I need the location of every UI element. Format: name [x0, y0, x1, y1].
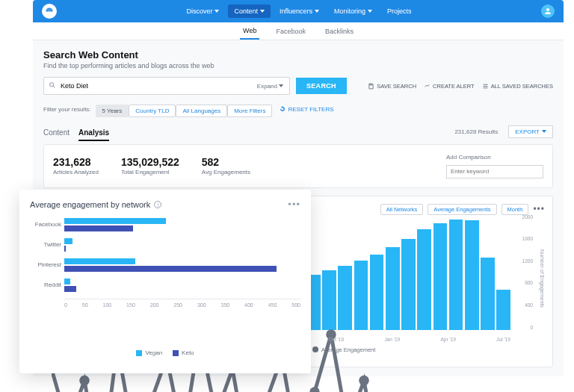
svg-point-22: [309, 387, 320, 392]
expand-button[interactable]: Expand: [251, 83, 289, 90]
subtab-web[interactable]: Web: [240, 23, 259, 40]
svg-point-25: [359, 375, 369, 385]
vbar: [417, 229, 431, 330]
vbar: [433, 223, 448, 329]
hbar: [64, 266, 277, 272]
top-nav: Discover Content Influencers Monitoring …: [33, 0, 564, 22]
network-engagement-card: Average engagement by networki ••• Faceb…: [19, 190, 311, 373]
legend-keto: Keto: [173, 349, 194, 356]
chevron-down-icon: [368, 10, 372, 13]
hbar: [64, 279, 70, 284]
svg-point-8: [79, 375, 90, 385]
logo: [42, 4, 57, 19]
legend-vegan: Vegan: [136, 349, 162, 356]
hbar-category-label: Pinterest: [30, 261, 61, 268]
search-input[interactable]: [61, 82, 251, 90]
filter-chip[interactable]: More Filters: [227, 105, 272, 117]
filter-chip[interactable]: 5 Years: [96, 105, 129, 117]
subtabs: WebFacebookBacklinks: [33, 22, 564, 40]
nav-monitoring[interactable]: Monitoring: [328, 4, 378, 18]
all-saved-searches-button[interactable]: ALL SAVED SEARCHES: [482, 83, 553, 90]
hbar: [64, 258, 135, 264]
chevron-down-icon: [279, 84, 283, 87]
hbar: [64, 218, 166, 224]
save-search-button[interactable]: SAVE SEARCH: [368, 83, 416, 90]
y2-axis-label: Number of Engagements: [540, 249, 545, 308]
nav-influencers[interactable]: Influencers: [274, 4, 325, 18]
subtab-backlinks[interactable]: Backlinks: [322, 24, 357, 39]
chevron-down-icon: [215, 10, 219, 13]
compare-label: Add Comparison: [446, 154, 543, 161]
nav-content[interactable]: Content: [228, 4, 271, 18]
vbar: [370, 255, 384, 330]
filter-metric[interactable]: Average Engagements: [428, 204, 496, 215]
chevron-down-icon: [542, 130, 546, 133]
user-avatar[interactable]: [541, 4, 555, 18]
search-button[interactable]: SEARCH: [296, 78, 347, 94]
filter-granularity[interactable]: Month: [502, 204, 529, 215]
reset-filters-button[interactable]: RESET FILTERS: [280, 106, 333, 113]
filter-chip[interactable]: All Languages: [176, 105, 227, 117]
vbar: [322, 270, 336, 330]
page-subtitle: Find the top performing articles and blo…: [43, 62, 553, 69]
compare-input[interactable]: [446, 165, 543, 178]
hbar: [64, 238, 72, 244]
vbar: [449, 220, 463, 330]
svg-line-2: [53, 86, 55, 87]
vbar: [496, 290, 510, 329]
filter-label: Filter your results:: [43, 106, 91, 113]
search-box: Expand: [43, 77, 290, 95]
hbar: [64, 286, 76, 292]
stat-articles-num: 231,628: [53, 156, 99, 168]
vbar: [386, 247, 400, 329]
results-count: 231,628 Results: [454, 128, 498, 135]
filter-chip[interactable]: Country TLD: [129, 105, 176, 117]
view-tab-content[interactable]: Content: [43, 128, 70, 140]
hbar-category-label: Reddit: [30, 281, 61, 288]
stat-engagement-num: 135,029,522: [121, 156, 179, 168]
vbar: [338, 266, 352, 329]
page-title: Search Web Content: [43, 49, 553, 60]
svg-point-0: [546, 8, 549, 11]
hbar: [64, 246, 66, 252]
vbar: [481, 258, 495, 330]
chevron-down-icon: [260, 10, 265, 13]
stats-card: 231,628Articles Analyzed 135,029,522Tota…: [43, 144, 553, 188]
hbar: [64, 225, 133, 231]
vbar: [401, 239, 416, 329]
chevron-down-icon: [315, 10, 319, 13]
hbar-category-label: Facebook: [30, 221, 61, 228]
overlay-title: Average engagement by networki: [30, 200, 161, 209]
search-icon: [44, 81, 61, 90]
svg-point-1: [50, 83, 54, 87]
create-alert-button[interactable]: CREATE ALERT: [424, 83, 475, 90]
info-icon[interactable]: i: [154, 201, 161, 208]
view-tab-analysis[interactable]: Analysis: [78, 128, 109, 141]
vbar: [354, 261, 368, 330]
stat-avg-num: 582: [202, 156, 250, 168]
filter-networks[interactable]: All Networks: [380, 204, 424, 215]
hbar-category-label: Twitter: [30, 241, 61, 248]
legend-avg-engagement: Average Engagement: [312, 346, 375, 353]
vbar: [465, 220, 479, 329]
nav-projects[interactable]: Projects: [381, 4, 418, 18]
nav-discover[interactable]: Discover: [180, 4, 225, 18]
export-button[interactable]: EXPORT: [508, 125, 553, 138]
subtab-facebook[interactable]: Facebook: [273, 24, 309, 39]
